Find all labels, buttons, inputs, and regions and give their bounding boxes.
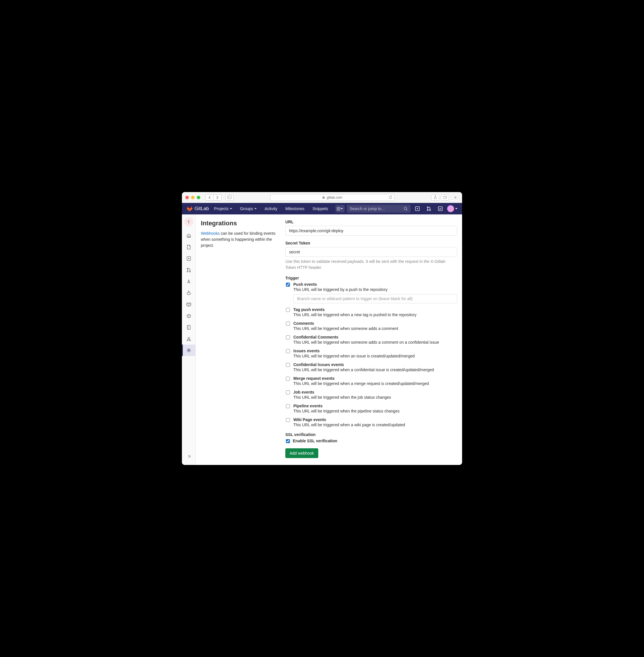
- rail-repository-icon[interactable]: [182, 241, 196, 253]
- trigger-checkbox[interactable]: [286, 322, 290, 326]
- ssl-checkbox[interactable]: [286, 439, 290, 443]
- rail-issues-icon[interactable]: [182, 253, 196, 264]
- trigger-title: Push events: [293, 282, 457, 287]
- chevron-down-icon: [230, 208, 232, 209]
- trigger-checkbox[interactable]: [286, 283, 290, 287]
- address-bar[interactable]: gitlab.com: [270, 194, 394, 201]
- rail-packages-icon[interactable]: [182, 310, 196, 322]
- trigger-checkbox[interactable]: [286, 308, 290, 312]
- project-avatar[interactable]: T: [184, 217, 193, 226]
- trigger-checkbox[interactable]: [286, 349, 290, 353]
- trigger-title: Wiki Page events: [293, 417, 457, 422]
- trigger-content: Confidential Issues eventsThis URL will …: [293, 362, 457, 372]
- trigger-title: Job events: [293, 390, 457, 394]
- left-rail: T: [182, 214, 196, 465]
- svg-point-5: [404, 207, 407, 210]
- ssl-label: Enable SSL verification: [293, 439, 337, 443]
- svg-rect-3: [443, 197, 446, 199]
- trigger-item: Job eventsThis URL will be triggered whe…: [286, 390, 457, 400]
- trigger-description: This URL will be triggered when someone …: [293, 340, 457, 345]
- gitlab-logo[interactable]: GitLab: [186, 205, 209, 212]
- rail-operations-icon[interactable]: [182, 287, 196, 299]
- token-input[interactable]: [285, 247, 457, 257]
- sidebar-toggle[interactable]: [226, 194, 233, 201]
- forward-button[interactable]: [213, 194, 222, 201]
- trigger-title: Tag push events: [293, 307, 457, 312]
- svg-point-17: [189, 271, 190, 272]
- trigger-item: Confidential Issues eventsThis URL will …: [286, 362, 457, 372]
- reload-icon[interactable]: [389, 196, 392, 199]
- trigger-content: Wiki Page eventsThis URL will be trigger…: [293, 417, 457, 427]
- svg-rect-21: [187, 325, 190, 329]
- issues-shortcut-icon[interactable]: [413, 206, 422, 211]
- trigger-content: CommentsThis URL will be triggered when …: [293, 321, 457, 331]
- trigger-checkbox[interactable]: [286, 418, 290, 422]
- ssl-heading: SSL verification: [285, 432, 457, 437]
- rail-home-icon[interactable]: [182, 230, 196, 241]
- trigger-description: This URL will be triggered when a new ta…: [293, 312, 457, 317]
- trigger-content: Issues eventsThis URL will be triggered …: [293, 349, 457, 358]
- content-area: Integrations Webhooks can be used for bi…: [196, 214, 462, 465]
- trigger-checkbox[interactable]: [286, 404, 290, 408]
- brand-name: GitLab: [194, 206, 209, 212]
- rail-merge-requests-icon[interactable]: [182, 264, 196, 276]
- nav-snippets[interactable]: Snippets: [310, 205, 331, 213]
- trigger-checkbox[interactable]: [286, 390, 290, 394]
- url-input[interactable]: [285, 226, 457, 236]
- nav-projects[interactable]: Projects: [211, 205, 235, 213]
- rail-settings-icon[interactable]: [182, 345, 196, 356]
- nav-milestones[interactable]: Milestones: [282, 205, 307, 213]
- user-menu[interactable]: [447, 205, 458, 212]
- trigger-checkbox[interactable]: [286, 335, 290, 340]
- trigger-description: This URL will be triggered when the pipe…: [293, 409, 457, 413]
- token-label: Secret Token: [285, 241, 457, 245]
- create-new-dropdown[interactable]: [336, 205, 344, 213]
- close-window-icon[interactable]: [185, 196, 189, 199]
- page-title: Integrations: [201, 220, 280, 227]
- triggers-list: Push eventsThis URL will be triggered by…: [285, 282, 457, 427]
- nav-groups[interactable]: Groups: [237, 205, 259, 213]
- tabs-button[interactable]: [441, 194, 449, 201]
- trigger-description: This URL will be triggered when the job …: [293, 395, 457, 400]
- search-placeholder: Search or jump to…: [350, 206, 404, 211]
- trigger-content: Job eventsThis URL will be triggered whe…: [293, 390, 457, 400]
- trigger-description: This URL will be triggered when someone …: [293, 326, 457, 331]
- new-tab-button[interactable]: +: [452, 194, 459, 201]
- todos-shortcut-icon[interactable]: [436, 206, 445, 211]
- search-box[interactable]: Search or jump to…: [347, 205, 411, 213]
- window-controls: [185, 196, 200, 199]
- trigger-checkbox[interactable]: [286, 377, 290, 381]
- add-webhook-button[interactable]: Add webhook: [285, 448, 318, 458]
- trigger-description: This URL will be triggered when a merge …: [293, 381, 457, 386]
- back-button[interactable]: [205, 194, 213, 201]
- rail-collapse-icon[interactable]: [182, 451, 196, 462]
- trigger-item: Wiki Page eventsThis URL will be trigger…: [286, 417, 457, 427]
- svg-rect-2: [323, 197, 325, 199]
- trigger-content: Push eventsThis URL will be triggered by…: [293, 282, 457, 303]
- app-body: T: [182, 214, 462, 465]
- plus-icon: [337, 207, 340, 211]
- webhooks-link[interactable]: Webhooks: [201, 231, 220, 236]
- nav-activity[interactable]: Activity: [262, 205, 280, 213]
- trigger-label: Trigger: [285, 276, 457, 280]
- trigger-checkbox[interactable]: [286, 363, 290, 367]
- svg-rect-0: [228, 196, 231, 199]
- maximize-window-icon[interactable]: [197, 196, 200, 199]
- search-icon: [404, 207, 408, 211]
- rail-registry-icon[interactable]: [182, 299, 196, 310]
- svg-rect-18: [187, 303, 191, 306]
- svg-rect-12: [438, 207, 442, 211]
- rail-wiki-icon[interactable]: [182, 322, 196, 333]
- branch-filter-input[interactable]: [293, 294, 457, 303]
- share-button[interactable]: [431, 194, 439, 201]
- trigger-content: Tag push eventsThis URL will be triggere…: [293, 307, 457, 317]
- trigger-content: Pipeline eventsThis URL will be triggere…: [293, 403, 457, 413]
- trigger-item: Merge request eventsThis URL will be tri…: [286, 376, 457, 386]
- merge-requests-shortcut-icon[interactable]: [424, 206, 433, 211]
- minimize-window-icon[interactable]: [191, 196, 194, 199]
- gitlab-logo-icon: [186, 205, 193, 212]
- rail-snippets-icon[interactable]: [182, 333, 196, 345]
- rail-cicd-icon[interactable]: [182, 276, 196, 287]
- trigger-title: Merge request events: [293, 376, 457, 381]
- trigger-content: Merge request eventsThis URL will be tri…: [293, 376, 457, 386]
